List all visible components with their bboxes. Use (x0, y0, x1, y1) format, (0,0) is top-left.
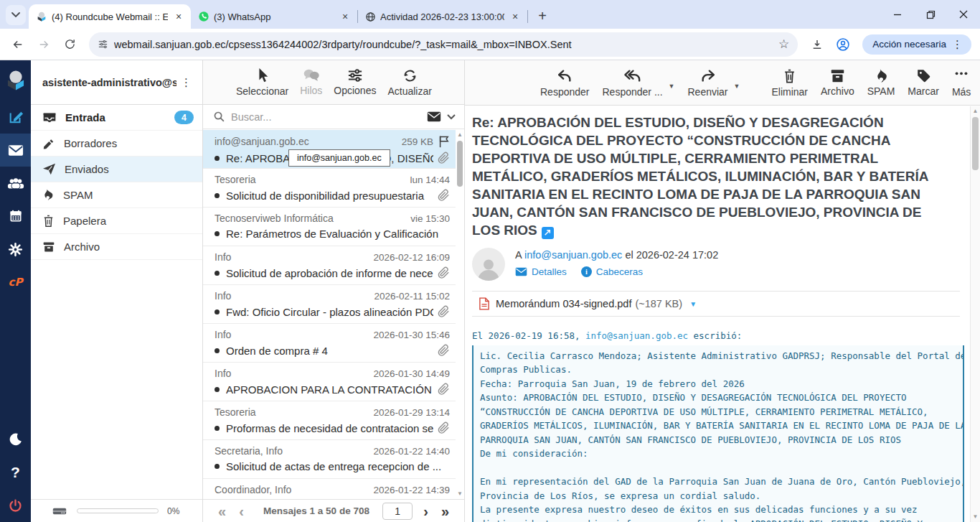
address-bar[interactable]: webmail.sanjuan.gob.ec/cpsess1364244002/… (89, 32, 798, 57)
options-button[interactable]: Opciones (334, 68, 376, 96)
reading-pane: Responder Responder ... ▼ Reenviar ▼ (465, 60, 980, 522)
minimize-button[interactable] (881, 0, 914, 29)
tab-search-button[interactable] (6, 5, 26, 25)
contacts-icon[interactable] (0, 167, 31, 200)
attachment-paperclip-icon (438, 421, 450, 434)
quoted-email-link[interactable]: info@sanjuan.gob.ec (585, 330, 688, 341)
flag-icon[interactable] (438, 135, 450, 148)
settings-gear-icon[interactable] (0, 233, 31, 266)
message-row[interactable]: Info2026-01-30 15:46 Orden de compra # 4 (203, 324, 456, 363)
spam-button[interactable]: SPAM (867, 68, 895, 97)
refresh-button[interactable]: Actualizar (387, 68, 431, 97)
cpanel-icon[interactable]: cP (0, 266, 31, 299)
restore-button[interactable] (914, 0, 947, 29)
attachment-dropdown-caret[interactable]: ▼ (689, 300, 697, 308)
folder-item-papelera[interactable]: Papelera (31, 208, 202, 234)
mail-module-icon[interactable] (0, 134, 31, 167)
new-tab-button[interactable]: + (532, 6, 552, 26)
external-link-icon[interactable] (542, 227, 554, 239)
pencil-icon (42, 137, 55, 150)
recipient-email-link[interactable]: info@sanjuan.gob.ec (524, 249, 622, 261)
folder-item-archivo[interactable]: Archivo (31, 234, 202, 260)
folder-item-borradores[interactable]: Borradores (31, 131, 202, 157)
storage-disk-icon (52, 506, 67, 516)
mark-button[interactable]: Marcar (908, 68, 939, 97)
page-number-input[interactable]: 1 (382, 503, 413, 520)
threads-button[interactable]: Hilos (300, 68, 322, 96)
tab-close-icon[interactable]: × (509, 10, 522, 23)
dark-mode-moon-icon[interactable] (0, 423, 31, 456)
message-list-column: Seleccionar Hilos Opciones Actualizar (203, 60, 465, 522)
message-row[interactable]: Info2026-02-11 15:02 Fwd: Oficio Circula… (203, 285, 456, 324)
folder-item-enviados[interactable]: Enviados (31, 157, 202, 182)
forward-dropdown-caret[interactable]: ▼ (734, 83, 740, 90)
search-scope-envelope-icon[interactable] (427, 111, 441, 122)
browser-tab-whatsapp[interactable]: (3) WhatsApp × (191, 4, 357, 29)
scroll-down-icon[interactable]: ▼ (457, 490, 463, 498)
account-menu-icon[interactable]: ⋮ (176, 76, 197, 89)
reply-all-button[interactable]: Responder ... (603, 68, 663, 98)
quote-intro: El 2026-02-19 16:58, info@sanjuan.gob.ec… (472, 329, 964, 343)
bookmark-star-icon[interactable]: ☆ (778, 37, 789, 52)
tab-title: (4) Roundcube Webmail :: Envia (52, 11, 168, 22)
last-page-button[interactable]: » (435, 504, 456, 518)
search-options-chevron-icon[interactable] (447, 114, 456, 120)
details-toggle[interactable]: Detalles (515, 266, 567, 277)
unread-badge: 4 (174, 111, 194, 124)
forward-button[interactable]: Reenviar (687, 68, 727, 98)
forward-button[interactable] (32, 32, 56, 57)
next-page-button[interactable]: › (417, 504, 435, 518)
site-settings-icon[interactable] (98, 39, 108, 50)
delete-button[interactable]: Eliminar (771, 68, 808, 98)
scroll-up-icon[interactable]: ▲ (973, 108, 979, 115)
folder-item-entrada[interactable]: Entrada 4 (31, 105, 202, 131)
inbox-icon (42, 112, 57, 123)
scroll-up-icon[interactable]: ▲ (457, 131, 463, 139)
message-row[interactable]: Tesoreria2026-01-29 13:14 Proformas de n… (203, 401, 456, 440)
message-row[interactable]: Info2026-02-12 16:09 Solicitud de aproba… (203, 246, 456, 285)
roundcube-logo-icon[interactable] (0, 60, 31, 101)
profile-avatar-icon[interactable] (831, 32, 855, 57)
sender-block: A info@sanjuan.gob.ec el 2026-02-24 17:0… (472, 248, 970, 281)
search-input[interactable] (231, 111, 421, 123)
logout-power-icon[interactable] (0, 489, 31, 522)
browser-tab-roundcube[interactable]: (4) Roundcube Webmail :: Envia × (29, 4, 191, 29)
tab-close-icon[interactable]: × (339, 10, 352, 23)
scroll-down-icon[interactable]: ▼ (973, 513, 979, 521)
more-button[interactable]: Más (952, 68, 971, 98)
headers-toggle[interactable]: i Cabeceras (581, 266, 643, 277)
archive-button[interactable]: Archivo (821, 69, 854, 97)
folder-item-spam[interactable]: SPAM (31, 182, 202, 208)
close-window-button[interactable] (947, 0, 980, 29)
browser-tab-activity[interactable]: Actividad 2026-02-23 13:00:00 × (358, 4, 527, 29)
reload-button[interactable] (57, 32, 82, 57)
message-row[interactable]: Tesorerialun 14:44 Solicitud de disponib… (203, 169, 456, 208)
message-row[interactable]: Tecnoserviweb Informáticavie 15:30 Re: P… (203, 208, 456, 246)
compose-icon[interactable] (0, 101, 31, 134)
attachment-name[interactable]: Memorándum 034-signed.pdf (496, 298, 631, 309)
message-content: Re: APROBACIÓN DEL ESTUDIO, DISEÑO Y DES… (465, 106, 970, 522)
reply-button[interactable]: Responder (540, 68, 590, 98)
list-scrollbar[interactable]: ▲ ▼ (456, 130, 464, 499)
back-button[interactable] (6, 32, 30, 57)
action-needed-chip[interactable]: Acción necesaria ⋮ (862, 34, 971, 55)
pane-scrollbar[interactable]: ▲ ▼ (970, 106, 980, 522)
attachment-size: (~187 KB) (635, 298, 682, 309)
browser-menu-icon[interactable]: ⋮ (946, 38, 969, 51)
message-row[interactable]: Coordinador, Info2026-01-22 14:39 (203, 479, 456, 499)
downloads-icon[interactable] (805, 32, 829, 57)
folder-sidebar: asistente-administrativo@sa... ⋮ Entrada… (31, 60, 203, 522)
help-icon[interactable]: ? (0, 456, 31, 489)
prev-page-button[interactable]: ‹ (232, 504, 250, 518)
calendar-icon[interactable] (0, 200, 31, 233)
reply-all-dropdown-caret[interactable]: ▼ (669, 83, 675, 90)
select-button[interactable]: Seleccionar (236, 67, 288, 97)
message-row[interactable]: Info2026-01-30 14:49 APROBACION PARA LA … (203, 363, 456, 401)
attachment-bar[interactable]: Memorándum 034-signed.pdf (~187 KB) ▼ (472, 291, 960, 317)
pane-scroll-thumb[interactable] (972, 117, 979, 170)
tab-close-icon[interactable]: × (172, 10, 185, 23)
unread-dot (215, 464, 220, 469)
message-row[interactable]: Secretaria, Info2026-01-22 14:40 Solicit… (203, 440, 456, 479)
list-scroll-thumb[interactable] (457, 141, 463, 187)
first-page-button[interactable]: « (212, 504, 232, 518)
